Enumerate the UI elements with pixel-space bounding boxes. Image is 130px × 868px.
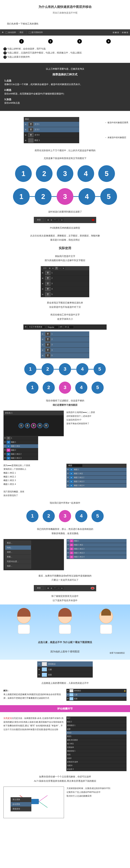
layer-row[interactable]: 👁透明图层 [37,661,93,667]
circle-pink: 3 [59,510,71,522]
list-item[interactable]: 花图16 [66,764,127,768]
list-item[interactable]: 图层1 [66,735,127,738]
solve-title: 解决： [3,689,10,692]
auto-select-check[interactable]: 自动选择: [5,31,16,34]
comment-banner: 评论精囊环节 [0,705,130,712]
menu-item[interactable]: 复位变换 [11,797,31,802]
filter-shape-icon[interactable]: ▭ [57,219,60,221]
filter-type-dropdown[interactable]: 类型 [36,586,43,590]
toolprop-intro: 我们先来看一下移动工具的属性 [0,20,130,28]
menu-item[interactable]: 渐变... [5,550,31,555]
sky-hint: 请看下的像素图层 [109,652,125,655]
list-item[interactable]: 建筑 拷贝图层 [66,738,127,742]
page-header: 为什么有的人能快速抓选中图层并移动 而自己操像煞是选不中呢 [0,0,130,20]
filter-pixel-icon[interactable]: ▦ [46,219,50,221]
para-8: 然后在移动工具中按选中文字改变字体和大小 [0,311,130,323]
para-12: 最后，如果你不想删除这些●所有过滤条件是很麻烦的只要点一支这开关就可以了 [0,572,130,584]
list-item[interactable]: 花花 [66,753,127,756]
filter-icons[interactable]: ▦ ◐ T ▭ ◈ [45,218,64,222]
layer-filter-bar: 类型 ▦ ◐ T ▭ ◈ [34,217,96,223]
list-item[interactable]: 路景 [66,727,127,731]
circle: 1 [15,165,32,182]
layer-row[interactable]: 👁T文字1 [24,122,79,127]
filter-toggle-icon[interactable] [92,219,94,221]
align-icons[interactable]: ▤ ▦ ▥ ⋮ ▤ ▦ ▥ [113,31,128,34]
layer-row[interactable]: 👁T文字2 [24,127,79,132]
menu-item[interactable]: 纯色... [5,546,31,550]
layer-row[interactable]: 👁T5 [41,353,89,358]
circle: 2 [36,165,53,182]
filter-smart-icon[interactable]: ◈ [60,219,63,221]
ps-canvas-1: 未命名-1 1 2 3 4 5 [3,410,64,436]
list-item[interactable]: 透明图层 1 [66,724,127,727]
layer-search-input[interactable] [67,464,83,467]
solve-text: 将上面图层锁定或是像素为0则图层也是选的时候会自动穿透选择，如果你不想锁定请打开… [3,693,64,700]
right-click-layer-list[interactable]: 组 2 图层 2 透明图层 1 路景 图层2 图层1 建筑 拷贝图层 组1 拷贝… [66,716,127,771]
layer-row[interactable]: 👁T2 [41,337,89,342]
para-14: 点选都是上面的透明图层，儿童自然就是点不中 [0,679,130,687]
font-style-input[interactable] [46,326,59,329]
circle: 4 [76,363,88,375]
menu-item[interactable]: 图层... [5,541,31,546]
main-title: 为什么有的人能快速抓选中图层并移动 [3,4,127,9]
list-item[interactable]: 播放按钮 1 [66,749,127,753]
list-item[interactable]: 花花3 [66,756,127,760]
list-item[interactable]: 图层 2 [66,720,127,724]
circle: 1 [26,510,38,522]
para-1: 然而在实际面对上千万个图层中，以上的方式是远远不够用的 [0,147,130,155]
circle: 1 [13,188,30,205]
filter-type-dropdown[interactable]: 类型 [36,218,43,222]
context-menu-fill[interactable]: 图层... 纯色... 渐变... 图案... 亮度/对比度... 色阶... [5,540,31,569]
font-size-input[interactable] [63,326,74,329]
menu-item[interactable]: 色阶... [5,564,31,568]
menu-item[interactable]: 亮度/对比度... [5,559,31,564]
type-options-bar: T тT [23,324,107,330]
filter-adjust-icon[interactable]: ◐ [50,219,53,221]
list-item[interactable]: 组 2 [66,716,127,720]
sky-line2: 因为他的上面有个透明图层 [3,649,127,654]
main-subtitle: 而自己操像煞是选不中呢 [3,11,127,15]
options-desc: 1 勾选上的时候，会自动选择，我不勾选. 2 勾选上图层，点选的话只选择中图层，… [0,45,130,60]
circles-row-2: 1 2 3 4 5 [0,185,130,208]
layer-row[interactable]: 👁T4 [41,286,89,292]
circle: 4 [75,381,87,394]
para-15: 如果你觉得右键一个个点击查找麻烦，你还可以这样ALT+鼠标右击穿透选择当前图层,… [0,773,130,785]
list-item[interactable]: 多图层16 副本 [66,760,127,764]
layer-row[interactable]: 👁图层 1 [24,138,79,143]
layer-row[interactable]: 👁T1 [41,270,89,276]
layer-row[interactable]: 👁T5 [41,292,89,297]
layer-row[interactable]: 👁儿童 [37,667,93,672]
list-item[interactable]: 多边形 3 [66,768,127,771]
ps-canvas-2: 图层... 纯色... 渐变... 图案... 亮度/对比度... 色阶... [3,539,64,570]
layer-row[interactable]: 👁T1 [41,332,89,337]
auto-select-dropdown[interactable]: 图层 [19,31,27,34]
para-10: 现在我们选中所有●一起来操作 [0,499,130,507]
filter-toggle-switch[interactable] [91,587,94,589]
svg-line-4 [39,802,47,808]
list-item[interactable]: 背景副本 [66,746,127,749]
layers-panel-text2: 👁T1 👁T2 👁T3 👁T4 👁T5 [41,332,89,358]
layer-row[interactable]: 👁T2 [41,276,89,281]
filter-toggle-bar: 类型 ▦◐T▭◈ [34,585,96,591]
menu-item[interactable]: 图案... [5,555,31,559]
layer-row[interactable]: 👁T文字3 [24,132,79,138]
list-item[interactable]: 组1 拷贝 [66,742,127,746]
layer-row[interactable]: 👁T3 [41,281,89,286]
layer-row[interactable]: 👁T4 [41,347,89,353]
para-5: 从左往右依次是像素图层，调整图层，文字图层，形状图层，智能对象最后是CSS据格，… [0,232,130,244]
layer-row[interactable]: 👁T3 [41,342,89,347]
layers-panel-text: 类型▦◐T▭◈ 👁T1 👁T2 👁T3 👁T4 👁T5 [41,266,89,297]
circles-row-5: 1 2 3 4 5 [0,507,130,525]
list-item[interactable]: 图层2 [66,731,127,735]
find-layer-cols-2: 因为●●●是我制过的△个形状 复制的这△个形状都以上 椭圆 1 拷贝 1 椭圆 … [0,462,130,499]
context-menu-transform[interactable]: 复位变换 自动变换 透视变形 [10,797,31,811]
circles-row-1: 1 2 3 4 5 [0,162,130,185]
menu-item[interactable]: 透视变形 [11,807,31,811]
side-text-1: 如我选中土地球的●●●△△形状 这时候那层但个△还未选中 过滤后的层AA个 形状… [66,410,127,426]
ps-options-bar: ✥ 自动选择: 图层 显示变换控件 ▤ ▦ ▥ ⋮ ▤ ▦ ▥ [0,29,130,36]
menu-item[interactable]: 自动变换 [11,802,31,807]
show-transform-check[interactable]: 显示变换控件 [29,31,43,34]
filter-text-icon[interactable]: T [54,219,57,221]
font-family-input[interactable] [28,326,45,329]
layer-row[interactable]: 👁背景 [37,672,93,678]
